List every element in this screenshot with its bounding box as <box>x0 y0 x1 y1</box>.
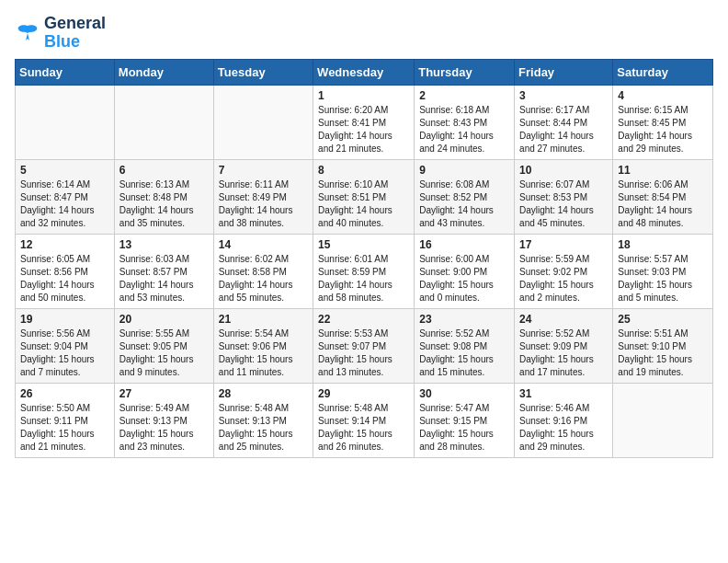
day-info: Sunrise: 5:59 AM Sunset: 9:02 PM Dayligh… <box>519 253 608 304</box>
day-number: 4 <box>618 89 708 102</box>
day-info: Sunrise: 5:47 AM Sunset: 9:15 PM Dayligh… <box>419 402 509 454</box>
calendar-cell: 3Sunrise: 6:17 AM Sunset: 8:44 PM Daylig… <box>515 85 613 159</box>
calendar-cell: 8Sunrise: 6:10 AM Sunset: 8:51 PM Daylig… <box>313 159 415 234</box>
day-number: 17 <box>519 238 608 251</box>
day-number: 3 <box>519 89 608 102</box>
calendar-cell: 31Sunrise: 5:46 AM Sunset: 9:16 PM Dayli… <box>515 383 613 457</box>
calendar-week-row: 12Sunrise: 6:05 AM Sunset: 8:56 PM Dayli… <box>16 234 713 308</box>
calendar-cell: 26Sunrise: 5:50 AM Sunset: 9:11 PM Dayli… <box>16 383 115 457</box>
calendar-cell: 2Sunrise: 6:18 AM Sunset: 8:43 PM Daylig… <box>415 85 515 159</box>
day-number: 22 <box>318 313 409 326</box>
day-number: 23 <box>419 313 509 326</box>
calendar-cell: 9Sunrise: 6:08 AM Sunset: 8:52 PM Daylig… <box>415 159 515 234</box>
calendar-cell: 4Sunrise: 6:15 AM Sunset: 8:45 PM Daylig… <box>613 85 713 159</box>
day-number: 15 <box>318 238 409 251</box>
calendar-cell: 12Sunrise: 6:05 AM Sunset: 8:56 PM Dayli… <box>16 234 115 308</box>
calendar-cell: 10Sunrise: 6:07 AM Sunset: 8:53 PM Dayli… <box>515 159 613 234</box>
calendar-cell: 19Sunrise: 5:56 AM Sunset: 9:04 PM Dayli… <box>16 308 115 383</box>
day-info: Sunrise: 5:57 AM Sunset: 9:03 PM Dayligh… <box>618 253 708 304</box>
calendar-cell: 21Sunrise: 5:54 AM Sunset: 9:06 PM Dayli… <box>213 308 313 383</box>
day-info: Sunrise: 5:46 AM Sunset: 9:16 PM Dayligh… <box>519 402 608 454</box>
day-info: Sunrise: 6:10 AM Sunset: 8:51 PM Dayligh… <box>318 178 409 230</box>
day-number: 27 <box>119 387 209 400</box>
weekday-header: Monday <box>114 59 213 85</box>
day-info: Sunrise: 5:53 AM Sunset: 9:07 PM Dayligh… <box>318 327 409 379</box>
calendar-cell: 15Sunrise: 6:01 AM Sunset: 8:59 PM Dayli… <box>313 234 415 308</box>
day-number: 6 <box>119 164 209 177</box>
day-info: Sunrise: 6:14 AM Sunset: 8:47 PM Dayligh… <box>20 178 109 230</box>
calendar-cell <box>16 85 115 159</box>
calendar-cell: 20Sunrise: 5:55 AM Sunset: 9:05 PM Dayli… <box>114 308 213 383</box>
day-info: Sunrise: 5:56 AM Sunset: 9:04 PM Dayligh… <box>20 327 109 379</box>
calendar-cell: 16Sunrise: 6:00 AM Sunset: 9:00 PM Dayli… <box>415 234 515 308</box>
weekday-header: Tuesday <box>213 59 313 85</box>
day-number: 26 <box>20 387 109 400</box>
calendar-cell: 5Sunrise: 6:14 AM Sunset: 8:47 PM Daylig… <box>16 159 115 234</box>
calendar-cell: 17Sunrise: 5:59 AM Sunset: 9:02 PM Dayli… <box>515 234 613 308</box>
calendar-week-row: 26Sunrise: 5:50 AM Sunset: 9:11 PM Dayli… <box>16 383 713 457</box>
day-info: Sunrise: 5:54 AM Sunset: 9:06 PM Dayligh… <box>219 327 308 379</box>
day-info: Sunrise: 5:49 AM Sunset: 9:13 PM Dayligh… <box>119 402 209 454</box>
calendar-cell: 28Sunrise: 5:48 AM Sunset: 9:13 PM Dayli… <box>213 383 313 457</box>
calendar-cell: 11Sunrise: 6:06 AM Sunset: 8:54 PM Dayli… <box>613 159 713 234</box>
weekday-header: Thursday <box>415 59 515 85</box>
day-number: 13 <box>119 238 209 251</box>
calendar-cell: 23Sunrise: 5:52 AM Sunset: 9:08 PM Dayli… <box>415 308 515 383</box>
day-number: 8 <box>318 164 409 177</box>
calendar-cell: 13Sunrise: 6:03 AM Sunset: 8:57 PM Dayli… <box>114 234 213 308</box>
calendar-cell: 24Sunrise: 5:52 AM Sunset: 9:09 PM Dayli… <box>515 308 613 383</box>
day-number: 18 <box>618 238 708 251</box>
calendar-cell: 7Sunrise: 6:11 AM Sunset: 8:49 PM Daylig… <box>213 159 313 234</box>
calendar-cell: 22Sunrise: 5:53 AM Sunset: 9:07 PM Dayli… <box>313 308 415 383</box>
day-number: 9 <box>419 164 509 177</box>
day-info: Sunrise: 6:15 AM Sunset: 8:45 PM Dayligh… <box>618 104 708 155</box>
day-number: 2 <box>419 89 509 102</box>
day-info: Sunrise: 5:55 AM Sunset: 9:05 PM Dayligh… <box>119 327 209 379</box>
calendar-week-row: 5Sunrise: 6:14 AM Sunset: 8:47 PM Daylig… <box>16 159 713 234</box>
day-info: Sunrise: 6:17 AM Sunset: 8:44 PM Dayligh… <box>519 104 608 155</box>
day-info: Sunrise: 5:48 AM Sunset: 9:14 PM Dayligh… <box>318 402 409 454</box>
day-number: 14 <box>219 238 308 251</box>
day-info: Sunrise: 6:00 AM Sunset: 9:00 PM Dayligh… <box>419 253 509 304</box>
calendar-cell <box>613 383 713 457</box>
calendar-cell: 6Sunrise: 6:13 AM Sunset: 8:48 PM Daylig… <box>114 159 213 234</box>
day-info: Sunrise: 5:52 AM Sunset: 9:09 PM Dayligh… <box>519 327 608 379</box>
day-number: 21 <box>219 313 308 326</box>
day-info: Sunrise: 5:51 AM Sunset: 9:10 PM Dayligh… <box>618 327 708 379</box>
day-number: 24 <box>519 313 608 326</box>
calendar-cell <box>213 85 313 159</box>
calendar-cell: 1Sunrise: 6:20 AM Sunset: 8:41 PM Daylig… <box>313 85 415 159</box>
day-info: Sunrise: 5:50 AM Sunset: 9:11 PM Dayligh… <box>20 402 109 454</box>
day-number: 10 <box>519 164 608 177</box>
day-info: Sunrise: 6:03 AM Sunset: 8:57 PM Dayligh… <box>119 253 209 304</box>
logo-icon <box>15 22 40 44</box>
weekday-header: Wednesday <box>313 59 415 85</box>
day-info: Sunrise: 6:01 AM Sunset: 8:59 PM Dayligh… <box>318 253 409 304</box>
calendar-cell <box>114 85 213 159</box>
calendar-table: SundayMondayTuesdayWednesdayThursdayFrid… <box>15 59 713 458</box>
day-number: 31 <box>519 387 608 400</box>
calendar-week-row: 1Sunrise: 6:20 AM Sunset: 8:41 PM Daylig… <box>16 85 713 159</box>
day-info: Sunrise: 5:48 AM Sunset: 9:13 PM Dayligh… <box>219 402 308 454</box>
day-info: Sunrise: 6:20 AM Sunset: 8:41 PM Dayligh… <box>318 104 409 155</box>
day-number: 25 <box>618 313 708 326</box>
calendar-week-row: 19Sunrise: 5:56 AM Sunset: 9:04 PM Dayli… <box>16 308 713 383</box>
day-info: Sunrise: 6:08 AM Sunset: 8:52 PM Dayligh… <box>419 178 509 230</box>
day-number: 7 <box>219 164 308 177</box>
day-info: Sunrise: 6:06 AM Sunset: 8:54 PM Dayligh… <box>618 178 708 230</box>
day-number: 19 <box>20 313 109 326</box>
day-number: 29 <box>318 387 409 400</box>
calendar-cell: 29Sunrise: 5:48 AM Sunset: 9:14 PM Dayli… <box>313 383 415 457</box>
day-number: 16 <box>419 238 509 251</box>
calendar-cell: 30Sunrise: 5:47 AM Sunset: 9:15 PM Dayli… <box>415 383 515 457</box>
day-number: 30 <box>419 387 509 400</box>
day-info: Sunrise: 6:02 AM Sunset: 8:58 PM Dayligh… <box>219 253 308 304</box>
day-info: Sunrise: 6:18 AM Sunset: 8:43 PM Dayligh… <box>419 104 509 155</box>
calendar-cell: 14Sunrise: 6:02 AM Sunset: 8:58 PM Dayli… <box>213 234 313 308</box>
day-info: Sunrise: 6:07 AM Sunset: 8:53 PM Dayligh… <box>519 178 608 230</box>
day-info: Sunrise: 5:52 AM Sunset: 9:08 PM Dayligh… <box>419 327 509 379</box>
weekday-header: Sunday <box>16 59 115 85</box>
calendar-cell: 27Sunrise: 5:49 AM Sunset: 9:13 PM Dayli… <box>114 383 213 457</box>
day-number: 11 <box>618 164 708 177</box>
calendar-cell: 18Sunrise: 5:57 AM Sunset: 9:03 PM Dayli… <box>613 234 713 308</box>
